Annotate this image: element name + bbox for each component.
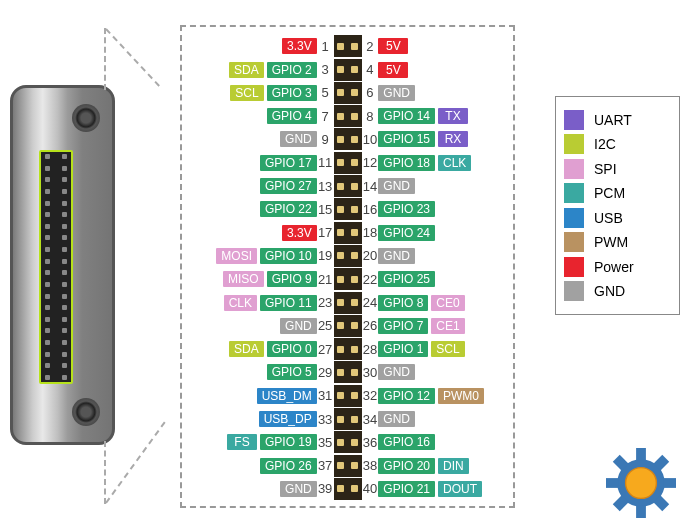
pin-tag: GPIO 12 xyxy=(378,388,435,404)
pin-tag: GPIO 22 xyxy=(260,201,317,217)
pin-row: GND2526GPIO 7CE1 xyxy=(188,315,507,338)
pin-number: 34 xyxy=(362,412,379,427)
legend-item: I2C xyxy=(564,134,671,154)
pin-number: 23 xyxy=(317,295,334,310)
svg-rect-1 xyxy=(636,448,646,461)
pin-tag: MISO xyxy=(223,271,264,287)
pin-number: 31 xyxy=(317,388,334,403)
pin-number: 9 xyxy=(317,132,334,147)
pin-row: SDAGPIO 02728GPIO 1SCL xyxy=(188,338,507,361)
pin-tag: GPIO 20 xyxy=(378,458,435,474)
pin-number: 16 xyxy=(362,202,379,217)
legend-swatch xyxy=(564,257,584,277)
pin-tag: GND xyxy=(378,411,415,427)
projection-line xyxy=(104,441,106,504)
pin-number: 14 xyxy=(362,179,379,194)
pin-tag: FS xyxy=(227,434,257,450)
pin-tag: GPIO 16 xyxy=(378,434,435,450)
pin-row: 3.3V125V xyxy=(188,35,507,58)
legend-item: UART xyxy=(564,110,671,130)
legend-swatch xyxy=(564,134,584,154)
pin-tag: GPIO 3 xyxy=(267,85,317,101)
pin-tag: 3.3V xyxy=(282,225,317,241)
pin-tag: MOSI xyxy=(216,248,257,264)
pin-tag: 5V xyxy=(378,62,408,78)
legend-label: PWM xyxy=(594,234,628,250)
pin-row: SDAGPIO 2345V xyxy=(188,58,507,81)
gear-logo-icon xyxy=(606,448,676,518)
pin-number: 7 xyxy=(317,109,334,124)
pin-row: USB_DM3132GPIO 12PWM0 xyxy=(188,384,507,407)
pin-number: 35 xyxy=(317,435,334,450)
header-pin-icon xyxy=(334,315,362,337)
header-pin-icon xyxy=(334,361,362,383)
header-pin-icon xyxy=(334,152,362,174)
pin-tag: GPIO 11 xyxy=(260,295,317,311)
svg-rect-3 xyxy=(606,478,619,488)
pin-number: 17 xyxy=(317,225,334,240)
pin-number: 33 xyxy=(317,412,334,427)
legend-label: PCM xyxy=(594,185,625,201)
pin-row: FSGPIO 193536GPIO 16 xyxy=(188,431,507,454)
legend-swatch xyxy=(564,159,584,179)
pin-number: 12 xyxy=(362,155,379,170)
pin-row: GPIO 221516GPIO 23 xyxy=(188,198,507,221)
pin-number: 15 xyxy=(317,202,334,217)
pin-tag: GPIO 24 xyxy=(378,225,435,241)
header-pin-icon xyxy=(334,338,362,360)
pin-number: 5 xyxy=(317,85,334,100)
pin-number: 1 xyxy=(317,39,334,54)
header-pin-icon xyxy=(334,82,362,104)
header-pin-icon xyxy=(334,198,362,220)
pin-tag: GND xyxy=(378,248,415,264)
pin-number: 10 xyxy=(362,132,379,147)
pin-number: 37 xyxy=(317,458,334,473)
pin-number: 13 xyxy=(317,179,334,194)
pin-number: 4 xyxy=(362,62,379,77)
pin-number: 8 xyxy=(362,109,379,124)
legend-swatch xyxy=(564,232,584,252)
pin-tag: GPIO 27 xyxy=(260,178,317,194)
header-pin-icon xyxy=(334,175,362,197)
pin-number: 32 xyxy=(362,388,379,403)
legend-item: GND xyxy=(564,281,671,301)
device-illustration xyxy=(10,85,115,445)
legend-label: UART xyxy=(594,112,632,128)
pin-tag: GPIO 26 xyxy=(260,458,317,474)
pin-row: GND3940GPIO 21DOUT xyxy=(188,478,507,501)
header-pin-icon xyxy=(334,268,362,290)
pin-tag: CE0 xyxy=(431,295,464,311)
header-pin-icon xyxy=(334,292,362,314)
pin-tag: DIN xyxy=(438,458,469,474)
legend-item: Power xyxy=(564,257,671,277)
pin-tag: USB_DM xyxy=(257,388,317,404)
pin-tag: GPIO 15 xyxy=(378,131,435,147)
pin-number: 39 xyxy=(317,481,334,496)
pin-tag: CLK xyxy=(438,155,471,171)
legend-swatch xyxy=(564,208,584,228)
pin-tag: GPIO 10 xyxy=(260,248,317,264)
pin-tag: TX xyxy=(438,108,468,124)
header-pin-icon xyxy=(334,105,362,127)
pin-number: 38 xyxy=(362,458,379,473)
header-pin-icon xyxy=(334,431,362,453)
legend-swatch xyxy=(564,281,584,301)
projection-line xyxy=(105,28,160,86)
header-pin-icon xyxy=(334,385,362,407)
legend-item: SPI xyxy=(564,159,671,179)
screw-icon xyxy=(72,104,100,132)
pin-tag: GPIO 21 xyxy=(378,481,435,497)
pin-tag: GND xyxy=(378,178,415,194)
pin-tag: GPIO 19 xyxy=(260,434,317,450)
pin-tag: SCL xyxy=(431,341,464,357)
svg-rect-2 xyxy=(636,505,646,518)
pin-tag: GPIO 17 xyxy=(260,155,317,171)
pin-tag: CLK xyxy=(224,295,257,311)
pin-number: 18 xyxy=(362,225,379,240)
pin-row: GPIO 263738GPIO 20DIN xyxy=(188,454,507,477)
pin-number: 28 xyxy=(362,342,379,357)
pin-tag: GND xyxy=(378,85,415,101)
pin-tag: PWM0 xyxy=(438,388,484,404)
header-pin-icon xyxy=(334,222,362,244)
pin-number: 29 xyxy=(317,365,334,380)
